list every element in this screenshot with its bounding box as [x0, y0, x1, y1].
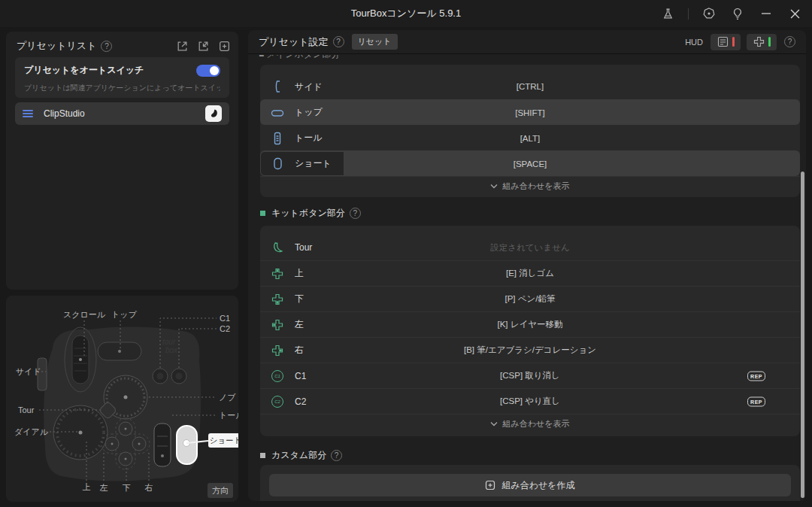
section-bullet: [260, 211, 265, 216]
footer-label: 組み合わせを表示: [502, 418, 569, 430]
device-label-tour: Tour: [18, 405, 35, 414]
hud-dpad-toggle[interactable]: [747, 34, 777, 50]
titlebar: TourBoxコンソール 5.9.1: [0, 0, 812, 27]
binding-label: サイド: [295, 80, 323, 93]
binding-row-dpad-down[interactable]: 下 [P] ペン/鉛筆: [260, 286, 800, 311]
binding-label: C1: [295, 371, 306, 381]
svg-text:方向: 方向: [212, 486, 229, 495]
binding-label: 右: [295, 344, 304, 357]
direction-mode-button[interactable]: 方向: [208, 483, 233, 498]
binding-value: [CTRL]: [260, 82, 800, 91]
binding-label: 下: [295, 293, 304, 305]
device-logo-line2: box: [165, 346, 178, 354]
chevron-down-icon: [490, 421, 498, 427]
custom-card: 組み合わせを作成: [260, 465, 800, 501]
preset-settings-panel: プリセット設定 ? リセット HUD ? ■ メインボタン部分: [248, 30, 806, 501]
short-button-icon: [271, 157, 284, 171]
binding-label: トール: [295, 132, 323, 144]
binding-row-top[interactable]: トップ [SHIFT]: [260, 99, 800, 125]
show-combinations-link[interactable]: 組み合わせを表示: [260, 176, 800, 196]
device-label-tall: トール: [219, 411, 238, 420]
binding-label: C2: [295, 396, 306, 407]
binding-label: トップ: [295, 106, 323, 119]
reset-button[interactable]: リセット: [352, 34, 398, 50]
export-preset-icon[interactable]: [175, 39, 189, 53]
device-label-scroll: スクロール: [63, 310, 106, 319]
hud-list-status-off: [732, 37, 735, 47]
rep-badge: REP: [747, 396, 765, 406]
device-short-tooltip: ショート: [208, 433, 238, 448]
section-title: キットボタン部分: [271, 207, 345, 220]
binding-row-tall[interactable]: トール [ALT]: [260, 125, 800, 150]
binding-row-dpad-left[interactable]: 左 [K] レイヤー移動: [260, 311, 800, 337]
hint-bulb-icon[interactable]: [729, 5, 746, 22]
main-buttons-card: サイド [CTRL] トップ [SHIFT] トール [ALT]: [260, 65, 800, 197]
preset-item-clipstudio[interactable]: ClipStudio: [15, 102, 229, 125]
device-tall-button[interactable]: [154, 424, 171, 466]
binding-value: [E] 消しゴム: [260, 268, 800, 279]
drag-handle-icon[interactable]: [23, 110, 33, 117]
binding-value: [CSP] やり直し: [260, 396, 800, 407]
binding-value: [K] レイヤー移動: [260, 319, 800, 330]
clipped-section-header: ■ メインボタン部分: [259, 55, 454, 60]
binding-row-side[interactable]: サイド [CTRL]: [260, 74, 800, 99]
settings-header: プリセット設定 ? リセット HUD ?: [248, 30, 806, 54]
hud-dpad-status-on: [768, 37, 771, 47]
minimize-button[interactable]: [758, 5, 774, 22]
settings-icon[interactable]: [701, 5, 717, 22]
create-combination-label: 組み合わせを作成: [501, 479, 574, 492]
binding-row-c2[interactable]: C2 C2 [CSP] やり直し REP: [260, 388, 800, 414]
hud-help-icon[interactable]: ?: [784, 36, 795, 47]
import-preset-icon[interactable]: [196, 39, 210, 53]
kit-buttons-section-header: キットボタン部分 ?: [260, 206, 361, 220]
binding-value: [SHIFT]: [260, 108, 800, 117]
binding-label: Tour: [295, 242, 312, 253]
preset-name: ClipStudio: [44, 108, 85, 119]
binding-row-dpad-right[interactable]: 右 [B] 筆/エアブラシ/デコレーション: [260, 337, 800, 363]
plus-square-icon: [485, 480, 495, 490]
device-logo-line1: tour: [162, 338, 176, 346]
device-label-up: 上: [83, 482, 91, 491]
binding-label: 上: [295, 267, 304, 280]
autoswitch-description: プリセットは関連アプリケーションによってオートスイッチされます。: [24, 83, 220, 93]
binding-row-c1[interactable]: C1 C1 [CSP] 取り消し REP: [260, 363, 800, 388]
clipstudio-app-icon: [205, 105, 222, 122]
preset-list-help-icon[interactable]: ?: [101, 41, 112, 52]
show-combinations-link[interactable]: 組み合わせを表示: [260, 414, 800, 433]
settings-help-icon[interactable]: ?: [333, 36, 344, 47]
hud-label: HUD: [685, 38, 703, 47]
binding-label: 左: [295, 318, 304, 331]
device-label-right: 右: [145, 483, 153, 492]
section-bullet: [260, 453, 265, 458]
device-label-top: トップ: [111, 310, 138, 319]
binding-row-tour[interactable]: Tour 設定されていません: [260, 235, 800, 260]
rep-badge: REP: [747, 371, 765, 381]
binding-value: [ALT]: [260, 134, 800, 143]
custom-help-icon[interactable]: ?: [331, 450, 342, 461]
binding-value: [P] ペン/鉛筆: [260, 293, 800, 305]
binding-row-short[interactable]: ショート [SPACE]: [260, 150, 800, 176]
lab-flask-icon[interactable]: [659, 5, 676, 22]
create-combination-button[interactable]: 組み合わせを作成: [269, 474, 791, 496]
device-label-down: 下: [123, 483, 131, 492]
hud-list-toggle[interactable]: [710, 34, 741, 50]
autoswitch-card: プリセットをオートスイッチ プリセットは関連アプリケーションによってオートスイッ…: [15, 57, 229, 98]
autoswitch-toggle[interactable]: [196, 65, 220, 77]
kit-help-icon[interactable]: ?: [350, 208, 361, 219]
kit-buttons-card: Tour 設定されていません 上 [E] 消しゴム 下 [P] ペン/鉛筆 左 …: [260, 226, 800, 436]
binding-value: [CSP] 取り消し: [260, 370, 800, 381]
binding-row-dpad-up[interactable]: 上 [E] 消しゴム: [260, 260, 800, 286]
custom-section-header: カスタム部分 ?: [260, 448, 342, 462]
settings-title: プリセット設定: [259, 35, 329, 49]
autoswitch-title: プリセットをオートスイッチ: [24, 64, 220, 77]
titlebar-separator: [688, 8, 689, 20]
footer-label: 組み合わせを表示: [502, 181, 569, 192]
section-title: カスタム部分: [271, 449, 326, 462]
preset-list-panel: プリセットリスト ? プリセットをオートスイッチ プリセットは関連アプリケーショ…: [6, 32, 238, 290]
hud-dpad-icon: [753, 36, 765, 47]
binding-label: ショート: [295, 157, 332, 170]
vertical-scrollbar[interactable]: [801, 172, 804, 498]
device-label-knob: ノブ: [219, 393, 236, 402]
add-preset-icon[interactable]: [217, 39, 231, 53]
close-button[interactable]: [786, 5, 803, 22]
